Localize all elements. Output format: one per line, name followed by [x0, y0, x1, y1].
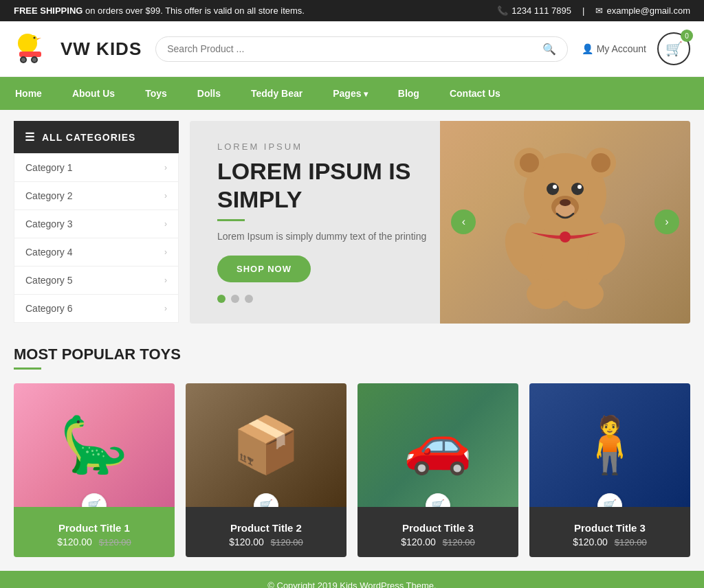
product-title-3: Product Title 3	[366, 522, 510, 534]
product-title-4: Product Title 3	[538, 522, 682, 534]
cart-button[interactable]: 🛒 0	[657, 32, 690, 65]
product-title-1: Product Title 1	[22, 522, 166, 534]
product-info-2: Product Title 2 $120.00 $120.00	[186, 507, 346, 557]
product-price-4: $120.00 $120.00	[538, 536, 682, 547]
main-nav: Home About Us Toys Dolls Teddy Bear Page…	[0, 77, 704, 110]
svg-marker-2	[37, 38, 41, 40]
section-underline	[14, 368, 41, 370]
product-price-2: $120.00 $120.00	[194, 536, 338, 547]
chevron-right-icon: ›	[164, 304, 167, 313]
shop-now-button[interactable]: SHOP NOW	[217, 256, 311, 282]
category-item-3[interactable]: Category 3 ›	[14, 210, 178, 238]
category-list: Category 1 › Category 2 › Category 3 › C…	[14, 153, 179, 323]
svg-point-3	[34, 37, 36, 39]
account-icon: 👤	[582, 43, 593, 54]
header-right: 👤 My Account 🛒 0	[582, 32, 690, 65]
hero-prev-button[interactable]: ‹	[451, 210, 476, 234]
hero-content: LOREM IPSUM LOREM IPSUM IS SIMPLY Lorem …	[190, 121, 465, 324]
current-price: $120.00	[229, 536, 264, 547]
product-info-4: Product Title 3 $120.00 $120.00	[529, 507, 690, 557]
category-item-4[interactable]: Category 4 ›	[14, 238, 178, 267]
products-grid: 🦕 🛒 Product Title 1 $120.00 $120.00 📦 🛒 …	[14, 383, 690, 557]
product-image-4: 🧍 🛒	[529, 383, 690, 507]
nav-contact[interactable]: Contact Us	[434, 77, 516, 110]
teddy-bear-illustration	[490, 133, 641, 311]
svg-point-17	[553, 185, 557, 189]
product-info-1: Product Title 1 $120.00 $120.00	[14, 507, 175, 557]
add-to-cart-button-1[interactable]: 🛒	[82, 493, 107, 507]
main-content: ☰ ALL CATEGORIES Category 1 › Category 2…	[0, 110, 704, 335]
section-title: MOST POPULAR TOYS	[14, 346, 690, 363]
search-icon[interactable]: 🔍	[542, 43, 556, 56]
chevron-right-icon: ›	[164, 275, 167, 285]
category-label: Category 2	[25, 190, 72, 201]
sidebar-title: ALL CATEGORIES	[42, 132, 135, 143]
category-item-2[interactable]: Category 2 ›	[14, 182, 178, 210]
contact-info: 📞 1234 111 7895 | ✉ example@gmail.com	[497, 5, 690, 16]
original-price: $120.00	[615, 537, 647, 547]
my-account-link[interactable]: 👤 My Account	[582, 43, 646, 54]
sidebar: ☰ ALL CATEGORIES Category 1 › Category 2…	[14, 121, 179, 324]
divider: |	[582, 5, 584, 16]
sidebar-header: ☰ ALL CATEGORIES	[14, 121, 179, 153]
nav-about[interactable]: About Us	[57, 77, 130, 110]
hero-image-placeholder	[440, 121, 690, 324]
current-price: $120.00	[57, 536, 92, 547]
hero-dot-2[interactable]	[231, 295, 239, 303]
nav-teddy[interactable]: Teddy Bear	[236, 77, 318, 110]
svg-rect-4	[19, 52, 41, 57]
category-label: Category 6	[25, 303, 72, 314]
hero-banner: LOREM IPSUM LOREM IPSUM IS SIMPLY Lorem …	[190, 121, 690, 324]
nav-dolls[interactable]: Dolls	[182, 77, 236, 110]
chevron-right-icon: ›	[164, 247, 167, 257]
box-toy-icon: 📦	[232, 413, 300, 477]
hero-underline	[217, 219, 245, 221]
category-label: Category 3	[25, 218, 72, 229]
chevron-right-icon: ›	[164, 191, 167, 201]
category-item-5[interactable]: Category 5 ›	[14, 267, 178, 295]
copyright-text: © Copyright 2019 Kids WordPress Theme.	[267, 580, 436, 588]
add-to-cart-button-4[interactable]: 🛒	[597, 493, 622, 507]
svg-point-25	[565, 279, 604, 309]
chevron-right-icon: ›	[164, 219, 167, 229]
product-card-3: 🚗 🛒 Product Title 3 $120.00 $120.00	[358, 383, 518, 557]
logo-text: VW KIDS	[60, 38, 142, 60]
shipping-bold: FREE SHIPPING	[14, 5, 82, 16]
svg-point-13	[520, 153, 539, 172]
add-to-cart-button-3[interactable]: 🛒	[426, 493, 450, 507]
product-info-3: Product Title 3 $120.00 $120.00	[358, 507, 518, 557]
car-toy-icon: 🚗	[404, 413, 472, 477]
shipping-text: on orders over $99. This offer is valid …	[85, 5, 305, 16]
product-image-3: 🚗 🛒	[358, 383, 518, 507]
hero-next-button[interactable]: ›	[654, 210, 679, 234]
logo[interactable]: VW KIDS	[14, 28, 142, 69]
product-price-3: $120.00 $120.00	[366, 536, 510, 547]
hero-dot-3[interactable]	[245, 295, 253, 303]
add-to-cart-button-2[interactable]: 🛒	[254, 493, 278, 507]
nav-toys[interactable]: Toys	[130, 77, 182, 110]
search-bar: 🔍	[155, 36, 567, 62]
phone-info: 📞 1234 111 7895	[497, 5, 571, 16]
nav-pages[interactable]: Pages	[318, 77, 383, 110]
svg-point-1	[29, 35, 37, 43]
current-price: $120.00	[401, 536, 436, 547]
logo-icon	[14, 28, 55, 69]
search-input[interactable]	[167, 43, 536, 54]
email-icon: ✉	[595, 5, 603, 16]
category-item-6[interactable]: Category 6 ›	[14, 295, 178, 322]
top-bar: FREE SHIPPING on orders over $99. This o…	[0, 0, 704, 21]
cart-icon: 🛒	[666, 41, 683, 57]
product-image-1: 🦕 🛒	[14, 383, 175, 507]
svg-point-26	[560, 231, 571, 242]
account-label: My Account	[597, 43, 646, 54]
hero-dot-1[interactable]	[217, 295, 226, 303]
svg-point-14	[591, 153, 610, 172]
svg-point-21	[560, 199, 571, 206]
category-label: Category 1	[25, 162, 72, 173]
menu-icon: ☰	[25, 131, 35, 144]
svg-point-16	[571, 183, 584, 195]
category-item-1[interactable]: Category 1 ›	[14, 154, 178, 182]
phone-number: 1234 111 7895	[512, 5, 571, 16]
nav-blog[interactable]: Blog	[383, 77, 434, 110]
nav-home[interactable]: Home	[0, 77, 57, 110]
